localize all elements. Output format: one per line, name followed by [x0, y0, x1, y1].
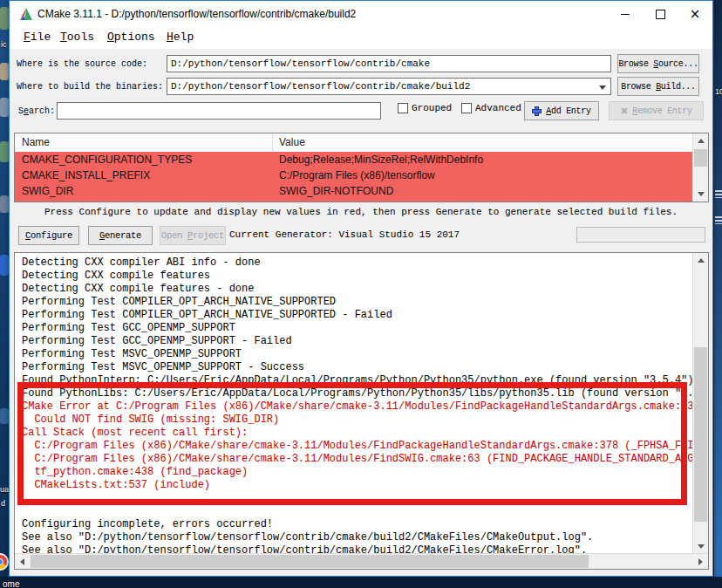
cell-name[interactable]: CMAKE_INSTALL_PREFIX	[22, 169, 150, 181]
log-content: Detecting CXX compiler ABI info - doneDe…	[16, 254, 692, 553]
log-line	[22, 492, 692, 505]
table-row[interactable]: SWIG_DIRSWIG_DIR-NOTFOUND	[15, 183, 693, 199]
desktop-icon-fragment	[0, 408, 9, 424]
checkbox-icon[interactable]	[398, 103, 408, 113]
cache-table: Name Value CMAKE_CONFIGURATION_TYPESDebu…	[14, 133, 709, 202]
log-line: CMakeLists.txt:537 (include)	[22, 479, 692, 492]
menu-tools[interactable]: Tools	[60, 31, 94, 44]
desktop-left-strip: ic ua d	[0, 0, 9, 588]
close-icon: ×	[690, 8, 701, 21]
desktop-icon-label-fragment: d	[1, 499, 5, 508]
scroll-right-icon[interactable]	[693, 554, 708, 569]
action-bar: Configure Generate Open Project Current …	[10, 224, 712, 247]
log-hscrollbar[interactable]	[15, 553, 708, 569]
current-generator-label: Current Generator: Visual Studio 15 2017	[229, 229, 460, 240]
titlebar[interactable]: CMake 3.11.1 - D:/python/tensorflow/tens…	[10, 1, 712, 27]
log-line: Performing Test MSVC_OPENMP_SUPPORT	[22, 348, 692, 361]
desktop-icon-fragment	[0, 255, 9, 276]
desktop-icon-label-fragment: ua	[0, 485, 9, 494]
log-line: C:/Program Files (x86)/CMake/share/cmake…	[22, 440, 692, 453]
log-line: Performing Test COMPILER_OPT_ARCH_NATIVE…	[22, 296, 692, 309]
cache-table-vscrollbar[interactable]	[692, 133, 708, 202]
log-line: Performing Test GCC_OPENMP_SUPPORT	[22, 322, 692, 335]
desktop-icon-fragment	[0, 141, 9, 162]
form-area: Where is the source code: Browse Source.…	[10, 49, 712, 132]
build-path-combobox[interactable]: D:/python/tensorflow/tensorflow/contrib/…	[167, 78, 611, 95]
cmake-window: CMake 3.11.1 - D:/python/tensorflow/tens…	[9, 0, 713, 577]
x-icon: ✖	[620, 106, 628, 117]
log-line: Performing Test GCC_OPENMP_SUPPORT - Fai…	[22, 335, 692, 348]
desktop-right-strip: 10	[714, 0, 722, 588]
cell-value[interactable]: SWIG_DIR-NOTFOUND	[279, 185, 393, 197]
log-line: Could NOT find SWIG (missing: SWIG_DIR)	[22, 414, 692, 427]
add-entry-button[interactable]: Add Entry	[524, 101, 599, 120]
log-line: tf_python.cmake:438 (find_package)	[22, 466, 692, 479]
log-line: See also "D:/python/tensorflow/tensorflo…	[22, 544, 692, 553]
scroll-left-icon[interactable]	[15, 554, 30, 569]
scroll-up-icon[interactable]	[693, 253, 708, 268]
chevron-down-icon[interactable]	[599, 85, 606, 90]
log-line: Performing Test COMPILER_OPT_ARCH_NATIVE…	[22, 309, 692, 322]
desktop-icon-fragment	[0, 98, 9, 117]
chrome-logo-icon	[0, 553, 9, 571]
cell-value[interactable]: Debug;Release;MinSizeRel;RelWithDebInfo	[279, 154, 483, 166]
log-line: Performing Test MSVC_OPENMP_SUPPORT - Su…	[22, 361, 692, 374]
browse-build-button[interactable]: Browse Build...	[617, 77, 699, 96]
plus-icon	[532, 106, 542, 116]
menu-help[interactable]: Help	[167, 31, 194, 44]
log-line: See also "D:/python/tensorflow/tensorflo…	[22, 531, 692, 544]
column-header-value[interactable]: Value	[279, 136, 305, 148]
scroll-down-icon[interactable]	[693, 187, 708, 202]
generate-button[interactable]: Generate	[88, 226, 153, 245]
log-line: Detecting CXX compile features - done	[22, 283, 692, 296]
desktop-bottom-strip: ome	[0, 577, 722, 588]
maximize-button[interactable]	[643, 1, 678, 27]
column-divider[interactable]	[272, 133, 273, 152]
desktop-icon-label-fragment: 10	[715, 87, 722, 96]
menu-options[interactable]: Options	[107, 31, 155, 44]
scroll-up-icon[interactable]	[693, 133, 708, 148]
column-header-name[interactable]: Name	[22, 136, 50, 148]
search-label: Search:	[18, 106, 55, 116]
cell-value[interactable]: C:/Program Files (x86)/tensorflow	[279, 169, 435, 181]
table-row[interactable]: CMAKE_CONFIGURATION_TYPESDebug;Release;M…	[15, 152, 693, 168]
scrollbar-thumb[interactable]	[31, 555, 589, 568]
checkbox-icon[interactable]	[461, 103, 472, 113]
log-line: Found PythonLibs: C:/Users/Eric/AppData/…	[22, 387, 692, 400]
source-path-input[interactable]	[167, 55, 611, 72]
window-title: CMake 3.11.1 - D:/python/tensorflow/tens…	[37, 8, 356, 20]
cell-name[interactable]: SWIG_DIR	[22, 185, 73, 197]
log-line: Detecting CXX compiler ABI info - done	[22, 256, 692, 270]
hint-text: Press Configure to update and display ne…	[10, 207, 712, 217]
log-line: Detecting CXX compile features	[22, 270, 692, 283]
desktop-icon-fragment	[715, 216, 722, 224]
desktop-icon-fragment	[0, 195, 9, 213]
cmake-logo-icon	[19, 7, 33, 21]
log-vscrollbar[interactable]	[692, 253, 708, 554]
close-button[interactable]: ×	[678, 1, 712, 27]
browse-source-button[interactable]: Browse Source...	[617, 54, 699, 73]
grouped-checkbox[interactable]: Grouped	[398, 103, 452, 113]
open-project-button[interactable]: Open Project	[160, 226, 226, 245]
menu-file[interactable]: File	[24, 31, 51, 44]
build-path-label: Where to build the binaries:	[17, 82, 163, 92]
cell-name[interactable]: CMAKE_CONFIGURATION_TYPES	[22, 154, 192, 166]
configure-button[interactable]: Configure	[18, 226, 79, 245]
cache-table-body: CMAKE_CONFIGURATION_TYPESDebug;Release;M…	[15, 152, 693, 202]
log-line: C:/Program Files (x86)/CMake/share/cmake…	[22, 453, 692, 466]
log-line: Configuring incomplete, errors occurred!	[22, 518, 692, 531]
remove-entry-button[interactable]: ✖ Remove Entry	[609, 101, 704, 120]
maximize-icon	[656, 10, 665, 19]
advanced-checkbox[interactable]: Advanced	[461, 103, 521, 113]
scroll-down-icon[interactable]	[693, 539, 708, 554]
log-line	[22, 505, 692, 518]
source-path-label: Where is the source code:	[17, 59, 147, 69]
desktop-icon-fragment	[0, 7, 9, 30]
table-row[interactable]: CMAKE_INSTALL_PREFIXC:/Program Files (x8…	[15, 168, 693, 183]
search-input[interactable]	[57, 102, 381, 120]
minimize-icon	[621, 14, 630, 15]
minimize-button[interactable]	[608, 1, 643, 27]
scrollbar-thumb[interactable]	[694, 347, 707, 522]
output-log[interactable]: Detecting CXX compiler ABI info - doneDe…	[14, 252, 709, 570]
scrollbar-thumb[interactable]	[694, 149, 707, 167]
